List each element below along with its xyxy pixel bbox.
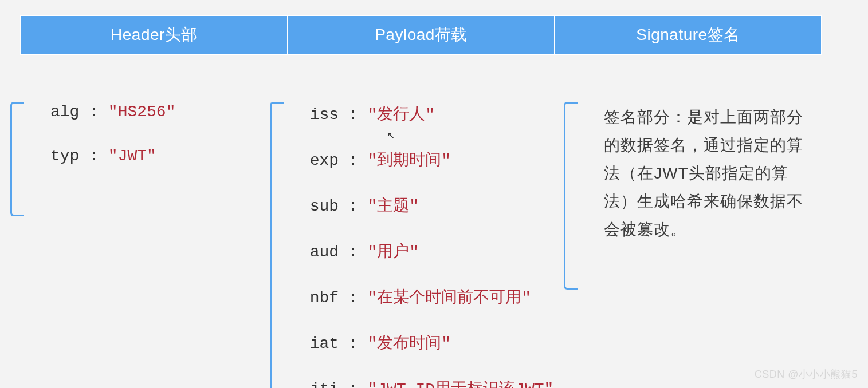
- column-title-payload-text: Payload荷载: [375, 24, 468, 46]
- watermark-text: CSDN @小小小熊猫5: [755, 367, 858, 381]
- claim-key: nbf: [310, 289, 339, 307]
- claim-key: jti: [310, 381, 339, 388]
- column-title-payload: Payload荷载: [288, 16, 555, 54]
- claim-line: sub : "主题": [310, 195, 554, 216]
- signature-column: 签名部分：是对上面两部分的数据签名，通过指定的算法（在JWT头部指定的算法）生成…: [564, 92, 823, 388]
- claim-line: iss : "发行人" ↖: [310, 103, 554, 125]
- claim-key: exp: [310, 152, 339, 169]
- claim-line: iat : "发布时间": [310, 332, 554, 354]
- claim-key: iss: [310, 106, 339, 124]
- column-title-header-text: Header头部: [111, 24, 198, 46]
- claim-value: "发布时间": [368, 335, 451, 353]
- claim-value: "到期时间": [368, 152, 451, 169]
- bracket-icon: [564, 102, 578, 290]
- payload-column: iss : "发行人" ↖ exp : "到期时间" sub : "主题" au…: [270, 92, 564, 388]
- column-title-signature-text: Signature签名: [636, 24, 740, 46]
- claim-line: exp : "到期时间": [310, 149, 554, 171]
- claim-value: "JWT": [108, 147, 156, 165]
- claim-value: "JWT_ID用于标识该JWT": [368, 381, 554, 388]
- claim-value: "HS256": [108, 103, 176, 121]
- bracket-icon: [270, 102, 284, 388]
- claim-key: typ: [50, 147, 79, 165]
- claim-key: alg: [50, 103, 79, 121]
- claim-line: alg : "HS256": [50, 103, 260, 121]
- claim-key: sub: [310, 197, 339, 215]
- jwt-parts-header-row: Header头部 Payload荷载 Signature签名: [20, 15, 822, 55]
- claim-key: aud: [310, 243, 339, 261]
- claim-value: "在某个时间前不可用": [368, 289, 532, 307]
- claim-value: "主题": [368, 197, 419, 215]
- claim-line: nbf : "在某个时间前不可用": [310, 286, 554, 308]
- claim-value: "用户": [368, 243, 419, 261]
- claim-line: typ : "JWT": [50, 147, 260, 165]
- bracket-icon: [10, 102, 24, 216]
- header-column: alg : "HS256" typ : "JWT": [10, 92, 270, 388]
- claim-line: aud : "用户": [310, 240, 554, 262]
- claim-line: jti : "JWT_ID用于标识该JWT": [310, 378, 554, 388]
- signature-description: 签名部分：是对上面两部分的数据签名，通过指定的算法（在JWT头部指定的算法）生成…: [604, 103, 813, 243]
- claim-value: "发行人": [368, 106, 435, 124]
- column-title-signature: Signature签名: [555, 16, 821, 54]
- cursor-icon: ↖: [387, 127, 395, 141]
- column-title-header: Header头部: [21, 16, 288, 54]
- claim-key: iat: [310, 335, 339, 353]
- jwt-columns: alg : "HS256" typ : "JWT" iss : "发行人" ↖ …: [10, 92, 823, 388]
